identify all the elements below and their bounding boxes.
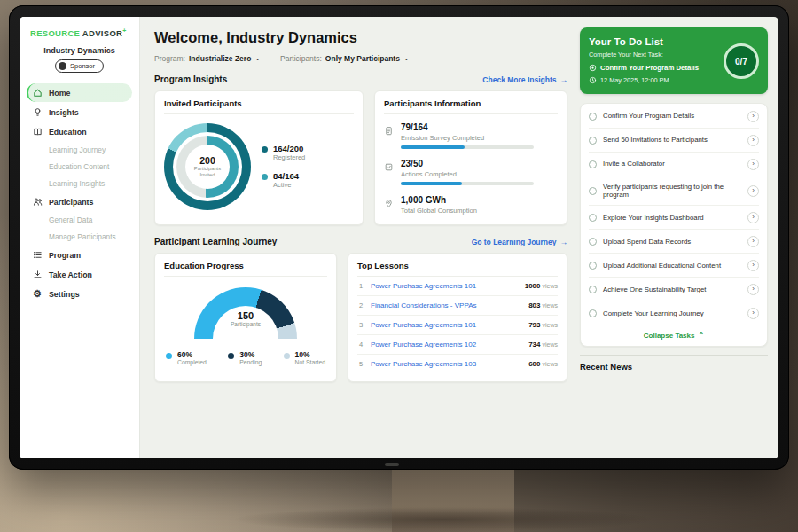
chevron-right-icon[interactable]: ›: [747, 260, 759, 271]
sidebar-item-insights[interactable]: Insights: [27, 103, 132, 121]
task-checkbox[interactable]: [589, 160, 597, 168]
todo-due-label: 12 May 2025, 12:00 PM: [600, 76, 669, 84]
task-row[interactable]: Verify participants requesting to join t…: [589, 176, 759, 206]
sidebar-item-learning-insights[interactable]: Learning Insights: [27, 176, 132, 192]
lesson-views-unit: views: [542, 322, 558, 328]
task-checkbox[interactable]: [589, 113, 597, 121]
program-dropdown[interactable]: Program: Industrialize Zero ⌄: [154, 54, 261, 63]
center-column: Welcome, Industry Dynamics Program: Indu…: [154, 27, 567, 458]
chevron-right-icon[interactable]: ›: [747, 185, 759, 197]
task-row[interactable]: Invite a Collaborator ›: [589, 153, 759, 176]
check-more-insights-link[interactable]: Check More Insights →: [482, 75, 567, 84]
chevron-right-icon[interactable]: ›: [747, 159, 759, 170]
lesson-link[interactable]: Power Purchase Agreements 101: [371, 282, 519, 290]
lesson-rank: 4: [357, 340, 364, 348]
legend-value: 164/200: [273, 145, 305, 153]
top-lessons-card: Top Lessons 1 Power Purchase Agreements …: [348, 253, 567, 382]
lesson-link[interactable]: Power Purchase Agreements 103: [371, 360, 522, 368]
invited-donut-chart: 200 Participants Invited: [164, 123, 354, 210]
stat-label: Total Global Consumption: [401, 207, 477, 215]
todo-summary-card: Your To Do List Complete Your Next Task:…: [580, 27, 768, 94]
task-checkbox[interactable]: [589, 262, 597, 270]
list-icon: [33, 250, 43, 260]
task-checkbox[interactable]: [589, 214, 597, 222]
legend-not-started: 10% Not Started: [284, 351, 325, 365]
lesson-rank: 2: [357, 301, 364, 309]
chevron-up-icon: ⌃: [698, 332, 704, 340]
sidebar-item-participants[interactable]: Participants: [27, 192, 132, 211]
clock-icon: [589, 76, 597, 84]
sidebar-item-general-data[interactable]: General Data: [27, 212, 132, 228]
lesson-views-count: 734: [528, 340, 540, 348]
gauge-legend: 60% Completed 30% Pending: [164, 351, 327, 365]
collapse-tasks-button[interactable]: Collapse Tasks ⌃: [589, 325, 759, 345]
card-title: Education Progress: [164, 261, 327, 277]
lesson-link[interactable]: Power Purchase Agreements 101: [371, 321, 522, 329]
main-content: Welcome, Industry Dynamics Program: Indu…: [140, 17, 778, 458]
participants-dropdown[interactable]: Participants: Only My Participants ⌄: [280, 54, 410, 63]
task-label: Verify participants requesting to join t…: [603, 183, 741, 200]
sidebar-item-learning-journey[interactable]: Learning Journey: [27, 142, 132, 158]
task-row[interactable]: Achieve One Sustainability Target ›: [589, 278, 759, 301]
sponsor-avatar-icon: [59, 62, 66, 70]
task-checkbox[interactable]: [589, 309, 597, 317]
sidebar-item-take-action[interactable]: Take Action: [27, 265, 132, 284]
lesson-link[interactable]: Power Purchase Agreements 102: [371, 340, 522, 348]
lesson-views-unit: views: [542, 341, 558, 348]
sidebar-item-label: Take Action: [49, 270, 92, 279]
learning-journey-header: Participant Learning Journey Go to Learn…: [154, 237, 567, 246]
task-checkbox[interactable]: [589, 238, 597, 246]
monitor-bezel: RESOURCE ADVISOR+ Industry Dynamics Spon…: [9, 5, 789, 470]
sidebar-nav: Home Insights Education Learn: [27, 83, 132, 303]
task-row[interactable]: Explore Your Insights Dashboard ›: [589, 206, 759, 230]
legend-label: Pending: [239, 359, 262, 365]
task-row[interactable]: Complete Your Learning Journey ›: [589, 301, 759, 325]
task-label: Achieve One Sustainability Target: [603, 286, 741, 294]
participants-value: Only My Participants: [325, 54, 400, 63]
sidebar-item-manage-participants[interactable]: Manage Participants: [27, 229, 132, 245]
legend-dot-icon: [284, 353, 290, 359]
section-title: Program Insights: [154, 74, 227, 84]
chevron-right-icon[interactable]: ›: [747, 212, 759, 223]
sidebar-item-program[interactable]: Program: [27, 246, 132, 264]
sidebar-item-education-content[interactable]: Education Content: [27, 159, 132, 175]
sidebar-item-home[interactable]: Home: [27, 83, 132, 102]
legend-pending: 30% Pending: [228, 351, 262, 365]
sidebar-item-education[interactable]: Education: [27, 122, 132, 141]
lesson-link[interactable]: Financial Considerations - VPPAs: [371, 301, 522, 309]
legend-dot-icon: [262, 174, 268, 180]
lightbulb-icon: [33, 107, 43, 117]
chevron-down-icon: ⌄: [254, 55, 261, 62]
go-to-learning-journey-link[interactable]: Go to Learning Journey →: [472, 238, 567, 246]
task-label: Send 50 Invitations to Participants: [603, 136, 741, 145]
arrow-right-icon: →: [560, 238, 568, 246]
legend-registered: 164/200 Registered: [262, 145, 305, 161]
sidebar-item-label: Program: [49, 251, 81, 260]
chevron-right-icon[interactable]: ›: [747, 111, 759, 122]
task-row[interactable]: Upload Spend Data Records ›: [589, 230, 759, 254]
gauge-center-value: 150: [194, 310, 297, 321]
task-checkbox[interactable]: [589, 137, 597, 145]
chevron-right-icon[interactable]: ›: [747, 135, 759, 146]
task-row[interactable]: Send 50 Invitations to Participants ›: [589, 129, 759, 153]
task-checkbox[interactable]: [589, 187, 597, 195]
lesson-rank: 3: [357, 321, 364, 329]
task-row[interactable]: Upload Additional Educational Content ›: [589, 254, 759, 278]
power-led: [385, 463, 399, 466]
book-icon: [33, 127, 43, 137]
sidebar-item-settings[interactable]: ⚙ Settings: [27, 285, 132, 303]
chevron-right-icon[interactable]: ›: [747, 236, 759, 247]
task-row[interactable]: Confirm Your Program Details ›: [589, 105, 759, 129]
task-checkbox[interactable]: [589, 286, 597, 293]
legend-dot-icon: [228, 353, 234, 359]
chevron-right-icon[interactable]: ›: [747, 308, 759, 319]
todo-next-task[interactable]: Confirm Your Program Details: [589, 64, 713, 72]
chevron-right-icon[interactable]: ›: [747, 284, 759, 295]
legend-dot-icon: [166, 353, 172, 359]
lesson-views-unit: views: [542, 302, 558, 309]
download-icon: [33, 270, 43, 279]
legend-label: Not Started: [295, 359, 325, 365]
people-icon: [33, 197, 43, 207]
lesson-views-count: 793: [528, 321, 540, 329]
donut-inner-ring: 200 Participants Invited: [176, 136, 239, 198]
